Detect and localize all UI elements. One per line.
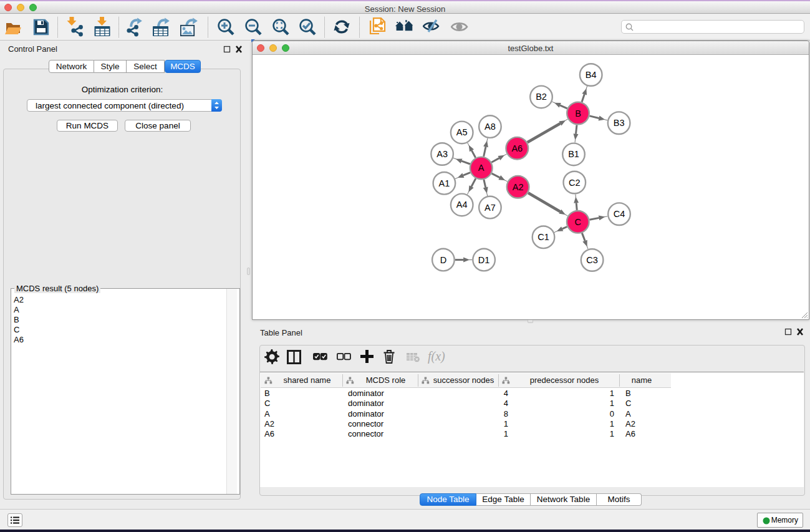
svg-text:A2: A2 (513, 182, 524, 192)
svg-text:B: B (575, 109, 581, 118)
svg-text:A3: A3 (436, 149, 448, 159)
svg-text:C: C (575, 217, 581, 227)
svg-text:A: A (478, 163, 485, 173)
svg-text:C1: C1 (538, 232, 549, 242)
svg-text:A1: A1 (439, 178, 450, 188)
svg-text:B1: B1 (568, 149, 579, 159)
svg-text:D1: D1 (478, 255, 490, 265)
svg-text:A8: A8 (485, 122, 496, 132)
svg-text:A6: A6 (511, 143, 523, 153)
svg-text:C2: C2 (569, 178, 581, 188)
svg-text:D: D (440, 255, 446, 265)
svg-text:B3: B3 (614, 118, 625, 128)
svg-text:A5: A5 (456, 127, 468, 137)
svg-text:A4: A4 (456, 200, 468, 210)
svg-text:B2: B2 (536, 92, 547, 102)
svg-text:B4: B4 (586, 70, 597, 80)
svg-text:A7: A7 (485, 203, 496, 213)
svg-text:C4: C4 (614, 209, 625, 219)
svg-text:C3: C3 (586, 255, 598, 265)
